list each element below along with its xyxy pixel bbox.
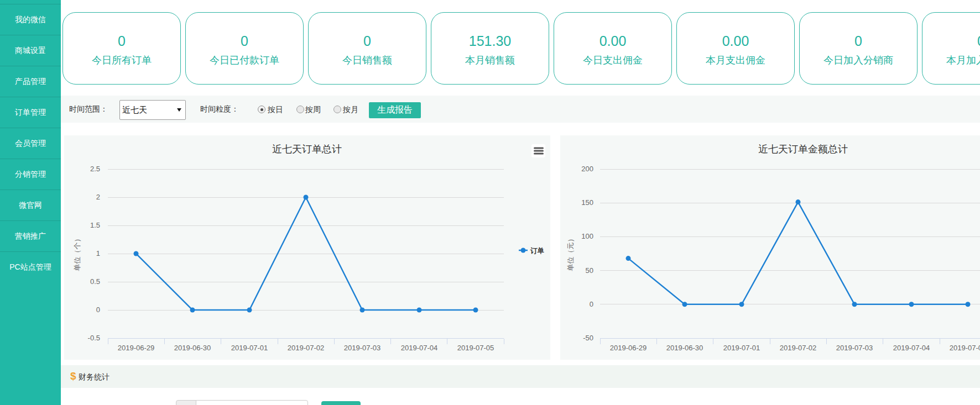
svg-text:2019-07-02: 2019-07-02 (780, 344, 817, 352)
svg-text:近七天订单总计: 近七天订单总计 (272, 144, 342, 155)
svg-text:单位（元）: 单位（元） (566, 235, 575, 271)
svg-text:2019-06-30: 2019-06-30 (174, 344, 211, 352)
svg-text:1: 1 (96, 249, 100, 257)
svg-text:2019-07-02: 2019-07-02 (288, 344, 325, 352)
svg-text:100: 100 (581, 232, 593, 240)
svg-text:0: 0 (96, 306, 100, 314)
svg-text:订单: 订单 (530, 247, 545, 255)
svg-text:-50: -50 (583, 334, 593, 342)
svg-text:单位（个）: 单位（个） (73, 235, 81, 271)
svg-text:2019-07-05: 2019-07-05 (457, 344, 494, 352)
svg-text:2: 2 (96, 193, 100, 201)
svg-text:2.5: 2.5 (90, 165, 100, 173)
svg-text:近七天订单金额总计: 近七天订单金额总计 (758, 144, 848, 155)
svg-text:2019-06-29: 2019-06-29 (610, 344, 647, 352)
svg-text:2019-07-03: 2019-07-03 (344, 344, 381, 352)
svg-text:2019-07-04: 2019-07-04 (893, 344, 930, 352)
svg-text:-0.5: -0.5 (88, 334, 100, 342)
svg-text:2019-06-30: 2019-06-30 (666, 344, 703, 352)
svg-text:2019-06-29: 2019-06-29 (118, 344, 155, 352)
svg-text:50: 50 (586, 266, 593, 275)
svg-text:150: 150 (581, 198, 593, 207)
svg-text:2019-07-01: 2019-07-01 (231, 344, 268, 352)
svg-text:2019-07-05: 2019-07-05 (950, 344, 980, 352)
svg-text:2019-07-03: 2019-07-03 (836, 344, 873, 352)
svg-text:2019-07-04: 2019-07-04 (401, 344, 438, 352)
svg-text:200: 200 (581, 165, 593, 173)
svg-text:2019-07-01: 2019-07-01 (723, 344, 760, 352)
svg-text:0: 0 (590, 300, 593, 308)
svg-text:1.5: 1.5 (90, 221, 100, 229)
svg-text:0.5: 0.5 (90, 277, 100, 286)
